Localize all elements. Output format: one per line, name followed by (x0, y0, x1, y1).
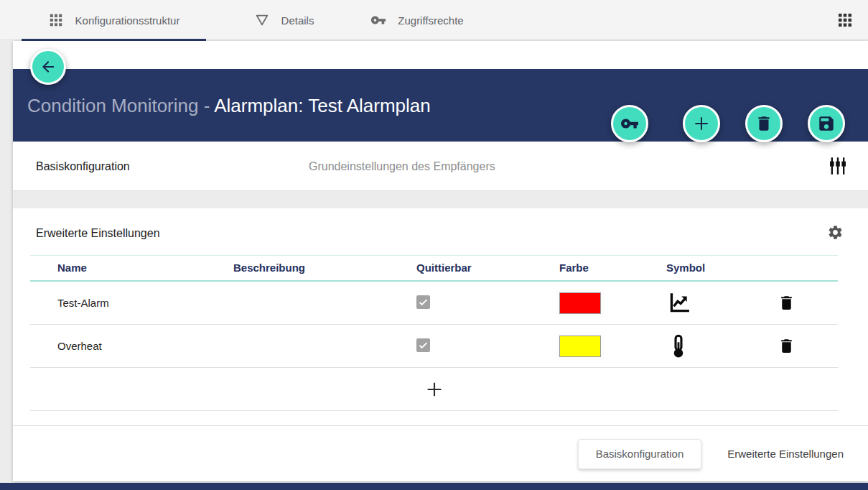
basis-label: Basiskonfiguration (36, 160, 130, 173)
back-button[interactable] (30, 49, 66, 85)
tab-label: Zugriffsrechte (398, 14, 463, 27)
row-delete-button[interactable] (778, 337, 795, 355)
check-icon (418, 297, 429, 308)
basiskonfiguration-row[interactable]: Basiskonfiguration Grundeinstellungen de… (13, 142, 868, 191)
row-delete-button[interactable] (778, 294, 795, 312)
check-icon (418, 340, 429, 351)
footer-actions: Basiskonfiguration Erweiterte Einstellun… (13, 426, 868, 481)
trash-icon (755, 114, 773, 133)
trash-icon (778, 337, 795, 355)
erweiterte-einstellungen-button[interactable]: Erweiterte Einstellungen (724, 439, 846, 469)
page-title: Condition Monitoring - Alarmplan: Test A… (27, 95, 431, 117)
color-swatch[interactable] (559, 292, 601, 314)
col-header-name: Name (57, 262, 87, 274)
plus-icon (692, 114, 711, 133)
section-gap (13, 191, 868, 208)
title-band: Condition Monitoring - Alarmplan: Test A… (13, 69, 868, 142)
tab-konfigurationsstruktur[interactable]: Konfigurationsstruktur (22, 0, 206, 40)
table-row: Test-Alarm (30, 282, 838, 325)
col-header-beschreibung: Beschreibung (233, 262, 305, 274)
trash-icon (778, 294, 795, 312)
chart-line-icon[interactable] (666, 291, 691, 315)
color-swatch[interactable] (559, 336, 601, 357)
table-header-row: Name Beschreibung Quittierbar Farbe Symb… (30, 255, 838, 282)
quittierbar-checkbox[interactable] (416, 295, 430, 309)
plus-icon[interactable] (424, 379, 444, 399)
page-title-main: Alarmplan: Test Alarmplan (214, 95, 431, 116)
grid-icon (48, 12, 64, 28)
thermometer-icon[interactable] (666, 334, 691, 359)
col-header-quittierbar: Quittierbar (416, 262, 472, 274)
col-header-farbe: Farbe (559, 262, 589, 274)
bottom-bar (0, 483, 868, 490)
access-rights-button[interactable] (611, 105, 648, 142)
tune-vertical-icon[interactable] (828, 156, 848, 176)
alarm-table: Name Beschreibung Quittierbar Farbe Symb… (30, 255, 838, 411)
arrow-left-icon (39, 58, 57, 75)
table-row: Overheat (30, 325, 838, 368)
save-button[interactable] (808, 105, 845, 142)
tab-zugriffsrechte[interactable]: Zugriffsrechte (355, 0, 479, 40)
key-icon (620, 114, 639, 133)
tab-label: Details (281, 14, 314, 27)
screen: Konfigurationsstruktur Details Zugriffsr… (0, 0, 868, 490)
basiskonfiguration-button[interactable]: Basiskonfiguration (578, 439, 702, 469)
add-alarm-row[interactable] (30, 368, 838, 411)
page-title-prefix: Condition Monitoring - (27, 95, 214, 116)
section-title: Erweiterte Einstellungen (36, 227, 160, 240)
gear-icon[interactable] (827, 224, 844, 241)
basis-description: Grundeinstellungen des Empfängers (309, 160, 495, 173)
alarm-name: Overheat (57, 340, 102, 352)
alarm-name: Test-Alarm (57, 297, 109, 309)
key-icon (370, 12, 386, 28)
col-header-symbol: Symbol (666, 262, 705, 274)
tab-label: Konfigurationsstruktur (75, 14, 180, 27)
top-tabbar: Konfigurationsstruktur Details Zugriffsr… (0, 0, 868, 40)
add-button[interactable] (683, 105, 720, 142)
funnel-icon (254, 12, 270, 28)
apps-grid-icon[interactable] (836, 11, 854, 29)
tab-details[interactable]: Details (243, 0, 325, 40)
delete-button[interactable] (745, 105, 783, 142)
quittierbar-checkbox[interactable] (416, 338, 430, 352)
erweiterte-einstellungen-card: Erweiterte Einstellungen Name Beschreibu… (13, 208, 868, 481)
save-icon (817, 114, 836, 133)
